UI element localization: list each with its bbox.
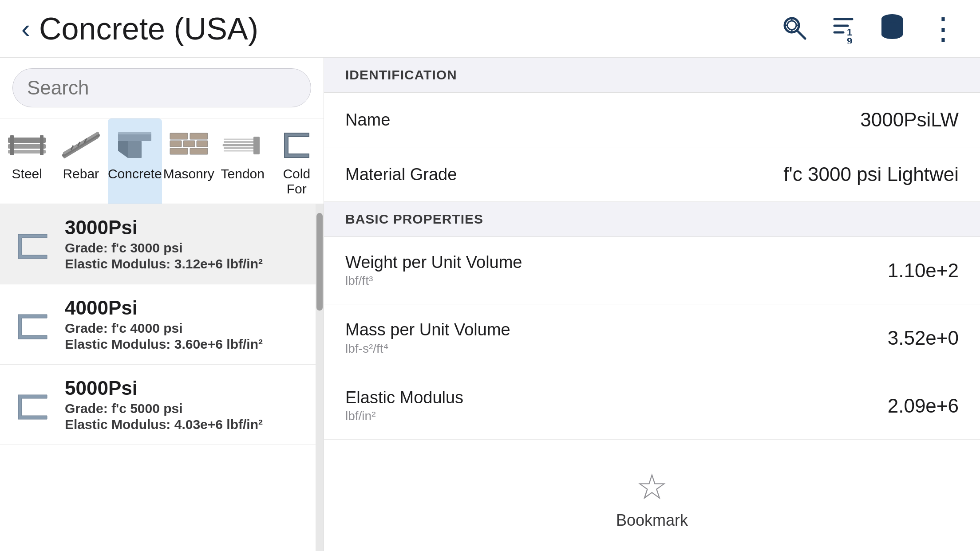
material-info-3000psi: 3000Psi Grade: f'c 3000 psi Elastic Modu… [65, 216, 303, 272]
database-icon[interactable] [879, 12, 905, 45]
magnifier-icon[interactable] [781, 15, 808, 43]
more-icon[interactable]: ⋮ [928, 13, 959, 44]
tab-rebar-label: Rebar [63, 166, 99, 181]
grade-row: Material Grade f'c 3000 psi Lightwei [324, 147, 980, 202]
tab-tendon-label: Tendon [221, 166, 265, 181]
tab-coldformed[interactable]: Cold For [270, 118, 324, 204]
tab-concrete[interactable]: Concrete [108, 118, 162, 204]
sort-icon[interactable]: 1 9 [830, 12, 857, 45]
weight-label: Weight per Unit Volume [345, 253, 522, 272]
name-label: Name [345, 110, 390, 130]
material-name-3000psi: 3000Psi [65, 216, 303, 239]
right-panel: IDENTIFICATION Name 3000PsiLW Material G… [324, 58, 980, 551]
page-title: Concrete (USA) [39, 11, 258, 47]
svg-rect-44 [253, 137, 260, 154]
material-item-3000psi[interactable]: 3000Psi Grade: f'c 3000 psi Elastic Modu… [0, 204, 316, 284]
material-grade-3000psi: Grade: f'c 3000 psi [65, 240, 303, 256]
svg-point-16 [881, 30, 903, 39]
search-container [0, 58, 324, 118]
material-info-4000psi: 4000Psi Grade: f'c 4000 psi Elastic Modu… [65, 297, 303, 352]
material-info-5000psi: 5000Psi Grade: f'c 5000 psi Elastic Modu… [65, 377, 303, 432]
category-tabs: Steel Rebar [0, 118, 324, 204]
header-right: 1 9 ⋮ [781, 12, 959, 45]
name-value: 3000PsiLW [860, 109, 959, 131]
tab-concrete-label: Concrete [108, 166, 162, 181]
material-list-container: 3000Psi Grade: f'c 3000 psi Elastic Modu… [0, 204, 324, 551]
scrollbar-thumb[interactable] [316, 213, 323, 311]
tab-tendon[interactable]: Tendon [216, 118, 270, 204]
svg-rect-32 [170, 133, 188, 139]
name-row: Name 3000PsiLW [324, 93, 980, 147]
concrete-icon [113, 127, 157, 163]
svg-text:9: 9 [847, 35, 852, 43]
search-input-wrapper[interactable] [12, 68, 311, 107]
mass-value: 3.52e+0 [888, 327, 959, 349]
material-grade-4000psi: Grade: f'c 4000 psi [65, 321, 303, 336]
mass-label: Mass per Unit Volume [345, 320, 510, 339]
tab-coldformed-label: Cold For [277, 166, 317, 197]
bookmark-label: Bookmark [616, 511, 688, 530]
basic-properties-section-header: BASIC PROPERTIES [324, 202, 980, 237]
tendon-icon [221, 127, 265, 163]
material-name-5000psi: 5000Psi [65, 377, 303, 399]
svg-line-23 [64, 133, 98, 153]
scrollbar[interactable] [316, 204, 324, 551]
left-panel: Steel Rebar [0, 58, 324, 551]
header: ‹ Concrete (USA) 1 9 [0, 0, 980, 58]
bookmark-section: ☆ Bookmark [324, 445, 980, 551]
material-grade-5000psi: Grade: f'c 5000 psi [65, 401, 303, 416]
back-button[interactable]: ‹ [21, 16, 30, 42]
rebar-icon [59, 127, 103, 163]
grade-label: Material Grade [345, 165, 457, 184]
svg-line-22 [64, 135, 98, 155]
weight-value: 1.10e+2 [888, 260, 959, 282]
tab-masonry-label: Masonry [163, 166, 214, 181]
elastic-value: 2.09e+6 [888, 395, 959, 417]
material-item-4000psi[interactable]: 4000Psi Grade: f'c 4000 psi Elastic Modu… [0, 284, 316, 365]
material-name-4000psi: 4000Psi [65, 297, 303, 319]
elastic-label: Elastic Modulus [345, 388, 463, 407]
weight-unit: lbf/ft³ [345, 274, 522, 288]
material-item-5000psi[interactable]: 5000Psi Grade: f'c 5000 psi Elastic Modu… [0, 365, 316, 445]
material-thumb-3000psi [12, 224, 52, 264]
basic-properties-label: BASIC PROPERTIES [345, 212, 483, 226]
svg-rect-20 [10, 135, 14, 155]
svg-rect-29 [128, 141, 142, 158]
svg-rect-37 [170, 148, 188, 154]
steel-icon [5, 127, 49, 163]
svg-point-2 [787, 21, 796, 30]
material-thumb-5000psi [12, 385, 52, 425]
elastic-row: Elastic Modulus lbf/in² 2.09e+6 [324, 372, 980, 440]
material-list: 3000Psi Grade: f'c 3000 psi Elastic Modu… [0, 204, 316, 551]
material-modulus-5000psi: Elastic Modulus: 4.03e+6 lbf/in² [65, 417, 303, 432]
weight-row: Weight per Unit Volume lbf/ft³ 1.10e+2 [324, 237, 980, 304]
header-left: ‹ Concrete (USA) [21, 11, 258, 47]
tab-steel[interactable]: Steel [0, 118, 54, 204]
tab-masonry[interactable]: Masonry [162, 118, 216, 204]
svg-rect-30 [118, 132, 151, 134]
svg-rect-34 [170, 141, 182, 147]
material-modulus-3000psi: Elastic Modulus: 3.12e+6 lbf/in² [65, 256, 303, 272]
identification-label: IDENTIFICATION [345, 67, 457, 82]
svg-rect-35 [183, 141, 195, 147]
mass-unit: lbf-s²/ft⁴ [345, 341, 510, 356]
main-content: Steel Rebar [0, 58, 980, 551]
identification-section-header: IDENTIFICATION [324, 58, 980, 93]
tab-rebar[interactable]: Rebar [54, 118, 108, 204]
search-input[interactable] [27, 77, 296, 99]
material-modulus-4000psi: Elastic Modulus: 3.60e+6 lbf/in² [65, 337, 303, 352]
tab-steel-label: Steel [12, 166, 42, 181]
svg-rect-21 [40, 135, 43, 155]
mass-row: Mass per Unit Volume lbf-s²/ft⁴ 3.52e+0 [324, 304, 980, 372]
svg-marker-31 [118, 141, 128, 158]
grade-value: f'c 3000 psi Lightwei [783, 163, 959, 185]
svg-rect-33 [190, 133, 208, 139]
svg-line-24 [64, 138, 98, 157]
elastic-unit: lbf/in² [345, 409, 463, 423]
bookmark-button[interactable]: ☆ [636, 466, 668, 508]
svg-rect-38 [190, 148, 208, 154]
svg-line-1 [797, 31, 805, 39]
material-thumb-4000psi [12, 304, 52, 344]
masonry-icon [166, 127, 211, 163]
svg-rect-36 [197, 141, 208, 147]
